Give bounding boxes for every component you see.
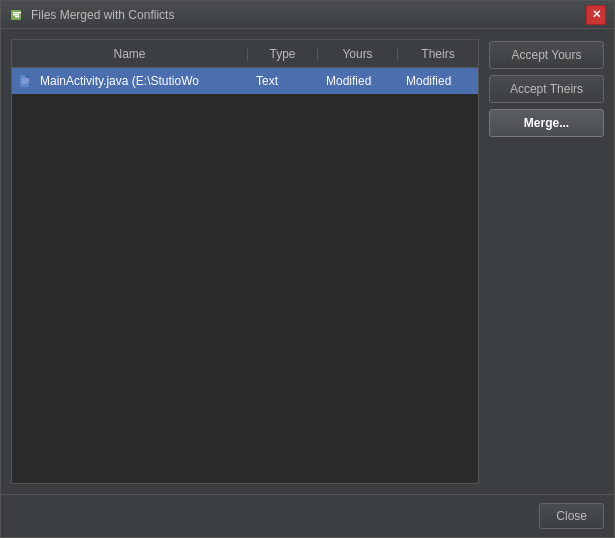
file-icon xyxy=(16,74,36,88)
row-type: Text xyxy=(248,74,318,88)
svg-rect-3 xyxy=(13,12,21,14)
col-header-type: Type xyxy=(248,47,318,61)
col-header-theirs: Theirs xyxy=(398,47,478,61)
window-icon xyxy=(9,7,25,23)
action-buttons: Accept Yours Accept Theirs Merge... xyxy=(489,39,604,484)
table-row[interactable]: MainActivity.java (E:\StutioWo Text Modi… xyxy=(12,68,478,94)
content-area: Name Type Yours Theirs xyxy=(1,29,614,494)
row-theirs: Modified xyxy=(398,74,478,88)
merge-button[interactable]: Merge... xyxy=(489,109,604,137)
row-filename: MainActivity.java (E:\StutioWo xyxy=(36,74,248,88)
accept-yours-button[interactable]: Accept Yours xyxy=(489,41,604,69)
table-header: Name Type Yours Theirs xyxy=(12,40,478,68)
close-title-button[interactable]: ✕ xyxy=(586,5,606,25)
row-yours: Modified xyxy=(318,74,398,88)
close-button[interactable]: Close xyxy=(539,503,604,529)
footer: Close xyxy=(1,494,614,537)
main-window: Files Merged with Conflicts ✕ Name Type … xyxy=(0,0,615,538)
svg-rect-5 xyxy=(26,75,29,78)
col-header-name: Name xyxy=(12,47,248,61)
svg-rect-2 xyxy=(15,16,19,18)
titlebar: Files Merged with Conflicts ✕ xyxy=(1,1,614,29)
svg-rect-1 xyxy=(13,14,19,16)
window-title: Files Merged with Conflicts xyxy=(31,8,586,22)
col-header-yours: Yours xyxy=(318,47,398,61)
files-table: Name Type Yours Theirs xyxy=(11,39,479,484)
table-body: MainActivity.java (E:\StutioWo Text Modi… xyxy=(12,68,478,483)
accept-theirs-button[interactable]: Accept Theirs xyxy=(489,75,604,103)
